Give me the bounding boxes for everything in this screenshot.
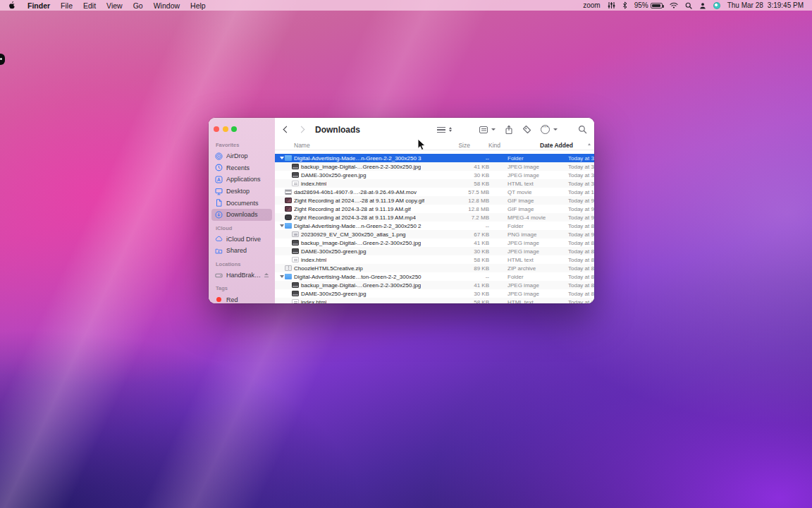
user-icon[interactable] <box>699 2 706 9</box>
bluetooth-icon[interactable] <box>622 1 627 9</box>
table-row[interactable]: dad28694-40b1-4907-9…-28-at-9.26.49-AM.m… <box>275 188 594 196</box>
sidebar-item-airdrop[interactable]: AirDrop <box>211 150 272 162</box>
tags-button[interactable] <box>522 125 531 134</box>
file-size: 67 KB <box>448 231 489 238</box>
sidebar-item-downloads[interactable]: Downloads <box>211 209 272 221</box>
table-row[interactable]: backup_image-Digital-…Green-2-2-300x250.… <box>275 162 594 171</box>
disclosure-triangle-icon[interactable] <box>278 224 285 227</box>
table-row[interactable]: Digital-Advertising-Made…n-Green-2-2_300… <box>275 222 594 230</box>
table-row[interactable]: backup_image-Digital-…Green-2-2-300x250.… <box>275 238 594 247</box>
table-row[interactable]: DAME-300x250-green.jpg30 KBJPEG imageTod… <box>275 289 594 298</box>
file-date-added: Today at 10:39 AM <box>568 189 594 195</box>
sidebar-item-label: iCloud Drive <box>226 236 261 243</box>
view-options-button[interactable] <box>437 127 452 133</box>
control-sliders-icon[interactable] <box>608 1 615 9</box>
file-kind: MPEG-4 movie <box>508 214 568 221</box>
file-size: -- <box>448 223 489 229</box>
table-row[interactable]: ChoozleHTML5Creative.zip89 KBZIP archive… <box>275 264 594 272</box>
sidebar-item-desktop[interactable]: Desktop <box>211 186 272 198</box>
table-row[interactable]: DAME-300x250-green.jpg30 KBJPEG imageTod… <box>275 171 594 179</box>
file-name: Digital-Advertising-Made…n-Green-2-2_300… <box>294 223 422 229</box>
table-row[interactable]: Zight Recording at 2024-3-28 at 9.11.19 … <box>275 213 594 222</box>
chevron-down-icon <box>491 128 496 131</box>
eject-icon[interactable] <box>264 273 269 278</box>
minimize-button[interactable] <box>223 126 228 132</box>
sidebar-item-icloud-drive[interactable]: iCloud Drive <box>211 234 272 246</box>
disclosure-triangle-icon[interactable] <box>278 275 285 278</box>
menu-file[interactable]: File <box>61 1 73 10</box>
column-header-size[interactable]: Size <box>429 142 470 149</box>
file-kind: HTML text <box>508 181 568 187</box>
sidebar-item-documents[interactable]: Documents <box>211 197 272 209</box>
table-row[interactable]: 20230929_EV_CM_300x250_atlas_1.png67 KBP… <box>275 230 594 238</box>
disclosure-triangle-icon[interactable] <box>278 157 285 159</box>
table-row[interactable]: Zight Recording at 2024…-28 at 9.11.19 A… <box>275 196 594 205</box>
file-size: 12.8 MB <box>448 198 489 204</box>
share-button[interactable] <box>505 125 513 135</box>
sidebar-item-handbrake[interactable]: HandBrake… <box>211 270 272 282</box>
mp4-file-icon <box>285 214 292 220</box>
file-size: 30 KB <box>448 248 489 255</box>
menu-edit[interactable]: Edit <box>83 1 96 10</box>
drive-icon <box>215 272 223 279</box>
menu-bar-clock[interactable]: Thu Mar 28 3:19:45 PM <box>727 1 804 9</box>
menu-window[interactable]: Window <box>154 1 180 10</box>
name-cell: DAME-300x250-green.jpg <box>275 172 448 179</box>
spotlight-search-icon[interactable] <box>685 2 692 9</box>
sidebar-item-recents[interactable]: Recents <box>211 162 272 174</box>
apple-menu-icon[interactable] <box>8 1 16 10</box>
file-date-added: Today at 8:49 AM <box>568 223 594 229</box>
finder-window[interactable]: FavoritesAirDropRecentsApplicationsDeskt… <box>209 118 594 303</box>
battery-status[interactable]: 95% <box>634 1 663 9</box>
file-size: 58 KB <box>448 257 489 263</box>
file-kind: Folder <box>508 155 568 162</box>
sidebar-item-shared[interactable]: Shared <box>211 245 272 257</box>
table-row[interactable]: DAME-300x250-green.jpg30 KBJPEG imageTod… <box>275 247 594 255</box>
zight-app-icon[interactable] <box>713 2 720 9</box>
window-main: Downloads <box>275 118 594 303</box>
sidebar-item-label: Downloads <box>226 211 258 218</box>
zoom-button[interactable] <box>231 126 237 132</box>
sidebar-section-header-icloud: iCloud <box>216 225 268 232</box>
table-row[interactable]: index.html58 KBHTML textToday at 3:18 PM <box>275 179 594 188</box>
more-actions-button[interactable] <box>541 125 558 134</box>
file-name: dad28694-40b1-4907-9…-28-at-9.26.49-AM.m… <box>294 189 417 195</box>
name-cell: backup_image-Digital-…Green-2-2-300x250.… <box>275 282 448 289</box>
close-button[interactable] <box>214 126 219 132</box>
table-row[interactable]: backup_image-Digital-…Green-2-2-300x250.… <box>275 281 594 289</box>
menu-zoom-app[interactable]: zoom <box>583 1 600 9</box>
file-date-added: Today at 3:18 PM <box>568 181 594 187</box>
file-kind: PNG image <box>508 231 568 238</box>
table-row[interactable]: Digital-Advertising-Made…ton-Green-2-2_3… <box>275 272 594 281</box>
table-row[interactable]: Zight Recording at 2024-3-28 at 9.11.19 … <box>275 205 594 213</box>
file-name: index.html <box>301 257 326 263</box>
name-cell: backup_image-Digital-…Green-2-2-300x250.… <box>275 164 448 170</box>
sidebar-item-red[interactable]: Red <box>211 294 272 303</box>
forward-icon[interactable] <box>298 126 305 133</box>
table-row[interactable]: Digital-Advertising-Made…n-Green-2-2_300… <box>275 154 594 162</box>
menu-finder[interactable]: Finder <box>27 1 50 10</box>
column-header-date-added[interactable]: Date Added <box>540 142 573 149</box>
file-name: index.html <box>301 181 326 187</box>
group-by-button[interactable] <box>461 126 496 133</box>
wifi-icon[interactable] <box>670 2 678 8</box>
file-date-added: Today at 8:43 AM <box>568 274 594 280</box>
group-icon <box>479 126 488 133</box>
menu-help[interactable]: Help <box>190 1 206 10</box>
column-headers: Name Size Kind Date Added <box>275 141 594 150</box>
sidebar-item-applications[interactable]: Applications <box>211 174 272 186</box>
table-row[interactable]: index.html58 KBHTML textToday at 8:43 AM <box>275 298 594 303</box>
search-button[interactable] <box>578 125 587 134</box>
sidebar-item-label: Applications <box>226 176 261 183</box>
menu-go[interactable]: Go <box>133 1 143 10</box>
table-row[interactable]: index.html58 KBHTML textToday at 8:49 AM <box>275 255 594 264</box>
battery-icon <box>651 3 663 8</box>
column-header-name[interactable]: Name <box>275 142 429 149</box>
file-kind: HTML text <box>508 299 568 304</box>
file-kind: JPEG image <box>508 240 568 246</box>
back-icon[interactable] <box>283 126 290 133</box>
gif-file-icon <box>285 198 292 203</box>
column-header-kind[interactable]: Kind <box>488 142 539 149</box>
menu-view[interactable]: View <box>106 1 123 10</box>
zip-file-icon <box>285 265 292 271</box>
